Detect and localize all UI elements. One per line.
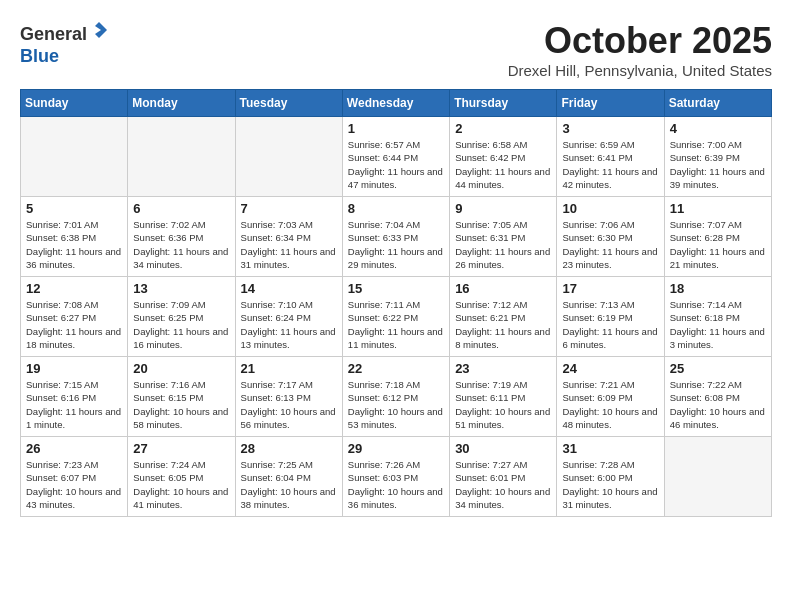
calendar-cell: 24Sunrise: 7:21 AM Sunset: 6:09 PM Dayli… xyxy=(557,357,664,437)
day-info: Sunrise: 7:05 AM Sunset: 6:31 PM Dayligh… xyxy=(455,218,551,271)
day-info: Sunrise: 7:02 AM Sunset: 6:36 PM Dayligh… xyxy=(133,218,229,271)
day-info: Sunrise: 7:10 AM Sunset: 6:24 PM Dayligh… xyxy=(241,298,337,351)
day-number: 6 xyxy=(133,201,229,216)
calendar-cell: 31Sunrise: 7:28 AM Sunset: 6:00 PM Dayli… xyxy=(557,437,664,517)
logo-blue: Blue xyxy=(20,46,59,66)
calendar-cell: 25Sunrise: 7:22 AM Sunset: 6:08 PM Dayli… xyxy=(664,357,771,437)
day-number: 2 xyxy=(455,121,551,136)
calendar-cell: 8Sunrise: 7:04 AM Sunset: 6:33 PM Daylig… xyxy=(342,197,449,277)
day-number: 16 xyxy=(455,281,551,296)
calendar-cell: 5Sunrise: 7:01 AM Sunset: 6:38 PM Daylig… xyxy=(21,197,128,277)
day-number: 4 xyxy=(670,121,766,136)
weekday-header-monday: Monday xyxy=(128,90,235,117)
day-number: 27 xyxy=(133,441,229,456)
calendar-cell: 27Sunrise: 7:24 AM Sunset: 6:05 PM Dayli… xyxy=(128,437,235,517)
calendar-week-2: 5Sunrise: 7:01 AM Sunset: 6:38 PM Daylig… xyxy=(21,197,772,277)
calendar-cell: 14Sunrise: 7:10 AM Sunset: 6:24 PM Dayli… xyxy=(235,277,342,357)
calendar-header-row: SundayMondayTuesdayWednesdayThursdayFrid… xyxy=(21,90,772,117)
day-number: 1 xyxy=(348,121,444,136)
calendar-week-1: 1Sunrise: 6:57 AM Sunset: 6:44 PM Daylig… xyxy=(21,117,772,197)
calendar-cell: 10Sunrise: 7:06 AM Sunset: 6:30 PM Dayli… xyxy=(557,197,664,277)
day-info: Sunrise: 7:25 AM Sunset: 6:04 PM Dayligh… xyxy=(241,458,337,511)
day-info: Sunrise: 7:12 AM Sunset: 6:21 PM Dayligh… xyxy=(455,298,551,351)
calendar-week-4: 19Sunrise: 7:15 AM Sunset: 6:16 PM Dayli… xyxy=(21,357,772,437)
title-block: October 2025 Drexel Hill, Pennsylvania, … xyxy=(508,20,772,79)
calendar-cell: 30Sunrise: 7:27 AM Sunset: 6:01 PM Dayli… xyxy=(450,437,557,517)
calendar-cell: 21Sunrise: 7:17 AM Sunset: 6:13 PM Dayli… xyxy=(235,357,342,437)
day-info: Sunrise: 7:27 AM Sunset: 6:01 PM Dayligh… xyxy=(455,458,551,511)
day-info: Sunrise: 7:18 AM Sunset: 6:12 PM Dayligh… xyxy=(348,378,444,431)
day-number: 22 xyxy=(348,361,444,376)
calendar-cell: 20Sunrise: 7:16 AM Sunset: 6:15 PM Dayli… xyxy=(128,357,235,437)
calendar-cell: 1Sunrise: 6:57 AM Sunset: 6:44 PM Daylig… xyxy=(342,117,449,197)
day-info: Sunrise: 7:28 AM Sunset: 6:00 PM Dayligh… xyxy=(562,458,658,511)
day-number: 26 xyxy=(26,441,122,456)
day-info: Sunrise: 7:03 AM Sunset: 6:34 PM Dayligh… xyxy=(241,218,337,271)
day-number: 14 xyxy=(241,281,337,296)
day-number: 5 xyxy=(26,201,122,216)
calendar-cell: 22Sunrise: 7:18 AM Sunset: 6:12 PM Dayli… xyxy=(342,357,449,437)
day-info: Sunrise: 7:09 AM Sunset: 6:25 PM Dayligh… xyxy=(133,298,229,351)
calendar-cell xyxy=(21,117,128,197)
day-info: Sunrise: 7:14 AM Sunset: 6:18 PM Dayligh… xyxy=(670,298,766,351)
day-info: Sunrise: 7:16 AM Sunset: 6:15 PM Dayligh… xyxy=(133,378,229,431)
day-number: 17 xyxy=(562,281,658,296)
page-header: General Blue October 2025 Drexel Hill, P… xyxy=(20,20,772,79)
day-info: Sunrise: 6:58 AM Sunset: 6:42 PM Dayligh… xyxy=(455,138,551,191)
calendar-cell: 29Sunrise: 7:26 AM Sunset: 6:03 PM Dayli… xyxy=(342,437,449,517)
calendar-cell: 15Sunrise: 7:11 AM Sunset: 6:22 PM Dayli… xyxy=(342,277,449,357)
calendar-cell xyxy=(128,117,235,197)
logo-icon xyxy=(89,20,109,40)
location-title: Drexel Hill, Pennsylvania, United States xyxy=(508,62,772,79)
calendar: SundayMondayTuesdayWednesdayThursdayFrid… xyxy=(20,89,772,517)
calendar-cell: 2Sunrise: 6:58 AM Sunset: 6:42 PM Daylig… xyxy=(450,117,557,197)
weekday-header-sunday: Sunday xyxy=(21,90,128,117)
day-number: 29 xyxy=(348,441,444,456)
logo: General Blue xyxy=(20,20,109,67)
day-number: 3 xyxy=(562,121,658,136)
day-info: Sunrise: 7:04 AM Sunset: 6:33 PM Dayligh… xyxy=(348,218,444,271)
weekday-header-tuesday: Tuesday xyxy=(235,90,342,117)
calendar-cell xyxy=(235,117,342,197)
day-number: 31 xyxy=(562,441,658,456)
calendar-cell: 12Sunrise: 7:08 AM Sunset: 6:27 PM Dayli… xyxy=(21,277,128,357)
month-title: October 2025 xyxy=(508,20,772,62)
calendar-cell: 23Sunrise: 7:19 AM Sunset: 6:11 PM Dayli… xyxy=(450,357,557,437)
day-info: Sunrise: 6:57 AM Sunset: 6:44 PM Dayligh… xyxy=(348,138,444,191)
day-info: Sunrise: 7:17 AM Sunset: 6:13 PM Dayligh… xyxy=(241,378,337,431)
day-info: Sunrise: 7:19 AM Sunset: 6:11 PM Dayligh… xyxy=(455,378,551,431)
day-info: Sunrise: 7:21 AM Sunset: 6:09 PM Dayligh… xyxy=(562,378,658,431)
weekday-header-friday: Friday xyxy=(557,90,664,117)
svg-marker-0 xyxy=(95,22,107,38)
calendar-week-5: 26Sunrise: 7:23 AM Sunset: 6:07 PM Dayli… xyxy=(21,437,772,517)
day-number: 9 xyxy=(455,201,551,216)
day-number: 30 xyxy=(455,441,551,456)
day-number: 24 xyxy=(562,361,658,376)
day-number: 8 xyxy=(348,201,444,216)
day-info: Sunrise: 7:06 AM Sunset: 6:30 PM Dayligh… xyxy=(562,218,658,271)
day-info: Sunrise: 7:00 AM Sunset: 6:39 PM Dayligh… xyxy=(670,138,766,191)
weekday-header-thursday: Thursday xyxy=(450,90,557,117)
calendar-cell: 26Sunrise: 7:23 AM Sunset: 6:07 PM Dayli… xyxy=(21,437,128,517)
calendar-cell: 16Sunrise: 7:12 AM Sunset: 6:21 PM Dayli… xyxy=(450,277,557,357)
calendar-cell: 13Sunrise: 7:09 AM Sunset: 6:25 PM Dayli… xyxy=(128,277,235,357)
weekday-header-saturday: Saturday xyxy=(664,90,771,117)
day-info: Sunrise: 7:07 AM Sunset: 6:28 PM Dayligh… xyxy=(670,218,766,271)
day-number: 23 xyxy=(455,361,551,376)
day-number: 13 xyxy=(133,281,229,296)
calendar-cell: 19Sunrise: 7:15 AM Sunset: 6:16 PM Dayli… xyxy=(21,357,128,437)
day-info: Sunrise: 6:59 AM Sunset: 6:41 PM Dayligh… xyxy=(562,138,658,191)
day-number: 21 xyxy=(241,361,337,376)
day-number: 11 xyxy=(670,201,766,216)
day-number: 19 xyxy=(26,361,122,376)
calendar-cell: 7Sunrise: 7:03 AM Sunset: 6:34 PM Daylig… xyxy=(235,197,342,277)
calendar-cell xyxy=(664,437,771,517)
day-info: Sunrise: 7:01 AM Sunset: 6:38 PM Dayligh… xyxy=(26,218,122,271)
calendar-cell: 28Sunrise: 7:25 AM Sunset: 6:04 PM Dayli… xyxy=(235,437,342,517)
calendar-cell: 3Sunrise: 6:59 AM Sunset: 6:41 PM Daylig… xyxy=(557,117,664,197)
calendar-cell: 9Sunrise: 7:05 AM Sunset: 6:31 PM Daylig… xyxy=(450,197,557,277)
calendar-cell: 18Sunrise: 7:14 AM Sunset: 6:18 PM Dayli… xyxy=(664,277,771,357)
day-info: Sunrise: 7:24 AM Sunset: 6:05 PM Dayligh… xyxy=(133,458,229,511)
day-info: Sunrise: 7:11 AM Sunset: 6:22 PM Dayligh… xyxy=(348,298,444,351)
day-number: 7 xyxy=(241,201,337,216)
